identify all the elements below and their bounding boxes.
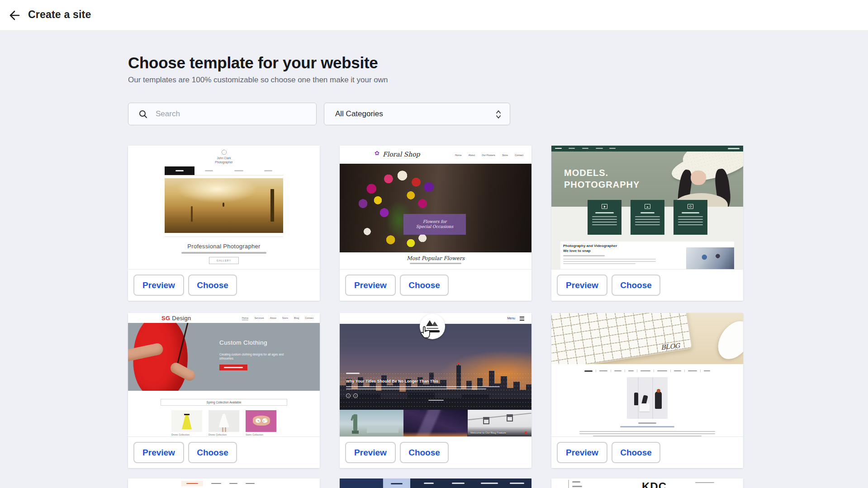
carousel-next-icon: › [353,393,358,398]
mini-site-subtext-line [181,252,266,254]
search-input[interactable] [156,103,312,125]
template-thumbnail-models-photography[interactable]: MODELS. PHOTOGRAPHY [551,146,743,269]
mini-site-brand: Floral Shop [383,151,420,158]
section-heading: Choose template for your website [128,54,378,72]
choose-button[interactable]: Choose [188,442,237,463]
template-card [340,479,531,488]
preview-button[interactable]: Preview [345,442,396,463]
mouse [711,315,743,364]
product-photo-dress-yellow [171,410,202,432]
card-footer: Preview Choose [340,436,531,468]
template-card: SG Design HomeServicesAboutStoreBlogCont… [128,313,320,468]
mini-nav-item: About [469,154,475,156]
template-thumbnail-floral-shop[interactable]: ✿ Floral Shop Home About Our Flowers Sto… [340,146,531,269]
choose-button[interactable]: Choose [188,275,237,296]
blog-thumbnails: Welcome to Our Blog Feature [340,410,531,436]
mini-site-hero-subtitle: Creating custom clothing designs for all… [219,353,292,360]
template-thumbnail-partial-3[interactable]: KDC [551,479,743,488]
product-caption: Dress Collection [209,433,227,436]
hand-pointer-cursor-icon [420,326,432,341]
product-photo-dress-white [209,410,239,432]
preview-button[interactable]: Preview [133,442,184,463]
template-thumbnail-desk-blog[interactable]: BLOG [551,313,743,436]
mini-site-nav [551,146,743,152]
preview-button[interactable]: Preview [345,275,396,296]
template-card: Menu Why Your Titles Should Be No Longer… [340,313,531,468]
city-windows [340,372,531,410]
card-footer: Preview Choose [340,269,531,301]
face [691,171,706,185]
mini-site-nav: Home About Our Flowers Store Contact [455,154,523,156]
card-footer: Preview Choose [551,269,743,301]
mini-site-gallery-button: GALLERY [209,257,239,264]
search-icon [139,110,147,120]
template-card: BLOG Preview Choose [551,313,743,468]
mini-site-section-title: Most Popular Flowers [340,255,531,261]
feature-card [588,200,621,235]
search-box [128,103,317,125]
preview-button[interactable]: Preview [557,275,607,296]
mini-site-nav [181,481,255,486]
record-dot-icon [525,431,527,434]
template-card: MODELS. PHOTOGRAPHY [551,146,743,301]
mini-site-menu-label: Menu [507,317,515,320]
divider [165,237,283,237]
tulip-photo: Flowers for Special Occasions [340,164,531,252]
template-thumbnail-sg-design[interactable]: SG Design HomeServicesAboutStoreBlogCont… [128,313,320,436]
field-photo [165,178,283,233]
aperture-icon [222,150,227,155]
flower-icon: ✿ [375,150,379,156]
choose-button[interactable]: Choose [612,275,660,296]
mini-site-nav: HomeServicesAboutStoreBlogContact [242,317,313,320]
choose-button[interactable]: Choose [400,275,449,296]
template-thumbnail-partial-2[interactable] [340,479,531,488]
preview-button[interactable]: Preview [557,442,607,463]
template-card [128,479,320,488]
page-title: Create a site [28,9,91,21]
mini-nav-item: Contact [515,154,523,156]
category-dropdown[interactable]: All Categories [324,103,510,125]
feature-card [631,200,664,235]
back-arrow-icon[interactable] [7,9,21,22]
card-footer: Preview Choose [551,436,743,468]
choose-button[interactable]: Choose [612,442,660,463]
stepper-updown-icon [495,109,502,122]
feature-card [674,200,707,235]
mini-site-brand: SG Design [161,315,191,322]
mini-site-collection-banner: Spring Collection Available [161,399,287,406]
ski-lift-photo: Welcome to Our Blog Feature [468,410,531,436]
product-caption: Dress Collection [171,433,190,436]
template-card: KDC [551,479,743,488]
mini-site-logo-area [340,479,383,488]
mini-site-shop-button [219,365,247,370]
mini-nav-item-active [383,479,410,488]
blog-thumb-caption: Welcome to Our Blog Feature [470,431,506,434]
night-sky-photo [403,410,467,436]
app-header: Create a site [0,0,868,31]
video-icon [602,204,607,209]
category-dropdown-value: All Categories [335,109,383,118]
mini-site-hero-title: MODELS. PHOTOGRAPHY [564,167,640,190]
mini-site-hero-title: Why Your Titles Should Be No Longer Than… [346,379,438,384]
preview-button[interactable]: Preview [133,275,184,296]
mini-site-nav [165,166,283,175]
mini-nav-item: Store [502,154,508,156]
mini-site-hero-title: Custom Clothing [219,339,267,346]
red-dress-photo: Custom Clothing Creating custom clothing… [128,323,320,391]
image-icon [645,204,650,209]
template-thumbnail-city-blog[interactable]: Menu Why Your Titles Should Be No Longer… [340,313,531,436]
template-card: ✿ Floral Shop Home About Our Flowers Sto… [340,146,531,301]
product-photo-swimwear [246,410,276,432]
product-caption: Swim Collection [246,433,263,436]
mini-nav-item: Our Flowers [482,154,495,156]
template-thumbnail-photographer[interactable]: John Clark Photographer Professional Pho… [128,146,320,269]
section-subtitle: Our templates are 100% customizable so c… [128,76,388,85]
mini-site-logo-name: John Clark [128,156,320,160]
keyboard-desk-photo: BLOG [551,313,743,364]
social-icons [728,148,740,149]
hamburger-menu-icon [520,317,524,322]
template-thumbnail-partial-1[interactable] [128,479,320,488]
choose-button[interactable]: Choose [400,442,449,463]
keyboard [551,313,693,364]
mini-site-banner: Flowers for Special Occasions [403,214,466,235]
